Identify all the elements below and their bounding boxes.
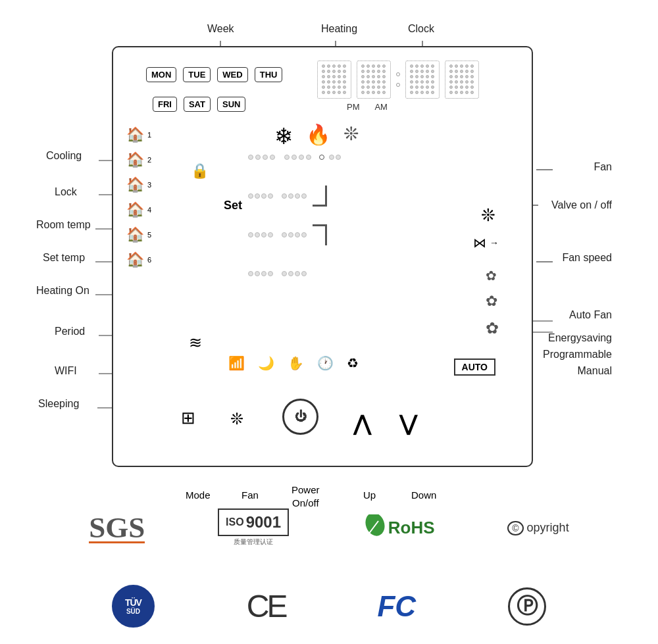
label-down-bottom: Down (411, 489, 436, 501)
period-1-icon: 🏠1 (126, 126, 151, 143)
label-room-temp: Room temp (36, 219, 91, 231)
label-up-bottom: Up (363, 489, 376, 501)
house-3-icon: 🏠 (126, 176, 144, 193)
label-week: Week (207, 23, 234, 35)
days-row-2: FRI SAT SUN (153, 97, 248, 112)
auto-button[interactable]: AUTO (454, 359, 495, 376)
day-thu[interactable]: THU (255, 67, 283, 82)
up-arrow-button[interactable]: ⋀ (353, 413, 370, 434)
day-tue[interactable]: TUE (183, 67, 211, 82)
label-energysaving: Energysaving (548, 332, 612, 344)
label-clock: Clock (408, 23, 434, 35)
label-sleeping: Sleeping (38, 398, 79, 410)
temp-row-2 (248, 178, 406, 213)
label-power-bottom: PowerOn/off (291, 483, 320, 509)
fc-logo: FC (377, 590, 416, 623)
house-5-icon: 🏠 (126, 226, 144, 243)
fan-speed-2-icon: ✿ (486, 293, 499, 310)
iso-logo: ISO 9001 质量管理认证 (218, 508, 289, 547)
period-3-icon: 🏠3 (126, 176, 151, 193)
rohs-logo: RoHS (362, 514, 435, 541)
period-4-icon: 🏠4 (126, 201, 151, 218)
heating-waves-icon: ≋ (189, 334, 202, 352)
label-manual: Manual (578, 365, 612, 377)
main-container: Week Heating Clock Cooling Lock Room tem… (0, 0, 658, 644)
label-period: Period (55, 326, 85, 337)
clock-icon: 🕐 (317, 355, 334, 371)
clock-digit-2 (357, 61, 391, 99)
days-row-1: MON TUE WED THU (146, 67, 285, 82)
pm-am-labels: PM AM (347, 102, 401, 112)
label-valve: Valve on / off (551, 199, 612, 211)
cert-row-1: SGS ISO 9001 质量管理认证 RoHS © opyright (53, 508, 605, 547)
mode-grid-icon: ⊞ (181, 408, 195, 428)
period-6-icon: 🏠6 (126, 251, 151, 268)
moon-icon: 🌙 (258, 355, 274, 371)
panel-inner: MON TUE WED THU FRI SAT SUN (113, 47, 532, 466)
clock-digit-3 (405, 61, 440, 99)
temp-display (248, 139, 406, 291)
day-sat[interactable]: SAT (184, 97, 211, 112)
label-lock: Lock (55, 186, 77, 198)
label-set-temp: Set temp (43, 252, 85, 264)
temp-row-3 (248, 217, 406, 252)
clock-display (317, 61, 479, 99)
fan-speed-icons: ✿ ✿ ✿ (486, 268, 499, 337)
label-heating: Heating (321, 23, 357, 35)
lock-icon: 🔒 (191, 162, 209, 180)
label-fan-speed: Fan speed (562, 252, 612, 264)
p-logo: Ⓟ (508, 587, 546, 626)
tuv-logo: TÜV SÜD (112, 585, 155, 628)
fan-speed-1-icon: ✿ (486, 268, 499, 284)
day-wed[interactable]: WED (217, 67, 247, 82)
p-symbol: Ⓟ (517, 592, 538, 621)
set-label: Set (224, 199, 242, 212)
label-programmable: Programmable (543, 349, 612, 360)
day-fri[interactable]: FRI (153, 97, 177, 112)
am-label: AM (374, 102, 388, 112)
house-1-icon: 🏠 (126, 126, 144, 143)
valve-icon: ⋈ → (473, 235, 499, 251)
leaf-icon (362, 514, 385, 541)
label-fan: Fan (594, 161, 612, 173)
copyright-logo: © opyright (507, 521, 569, 535)
house-6-icon: 🏠 (126, 251, 144, 268)
label-heating-on: Heating On (36, 285, 89, 297)
power-icon: ⏻ (295, 410, 307, 424)
label-mode: Mode (186, 489, 211, 501)
energy-icon: ♻ (347, 355, 359, 371)
temp-row-4 (248, 256, 406, 291)
power-circle[interactable]: ⏻ (282, 399, 318, 435)
device-panel: MON TUE WED THU FRI SAT SUN (112, 46, 533, 467)
clock-digit-4 (445, 61, 479, 99)
auto-btn-label[interactable]: AUTO (454, 359, 495, 376)
day-sun[interactable]: SUN (217, 97, 245, 112)
house-4-icon: 🏠 (126, 201, 144, 218)
down-arrow-button[interactable]: ⋁ (399, 413, 417, 434)
house-2-icon: 🏠 (126, 151, 144, 168)
label-cooling: Cooling (46, 150, 82, 162)
cert-row-2: TÜV SÜD CE FC Ⓟ (66, 585, 592, 628)
fan-top-icon: ❊ (481, 205, 495, 226)
wifi-icon: 📶 (228, 355, 245, 371)
label-auto-fan: Auto Fan (569, 309, 612, 321)
label-wifi: WIFI (55, 365, 77, 377)
period-5-icon: 🏠5 (126, 226, 151, 243)
temp-row-1 (248, 139, 406, 174)
period-icons: 🏠1 🏠2 🏠3 🏠4 🏠5 (126, 126, 151, 268)
day-mon[interactable]: MON (146, 67, 176, 82)
fan-speed-3-icon: ✿ (486, 319, 499, 337)
ce-logo: CE (247, 588, 286, 624)
sgs-logo: SGS (89, 510, 145, 545)
clock-digit-1 (317, 61, 351, 99)
period-2-icon: 🏠2 (126, 151, 151, 168)
fan-bottom-icon: ❊ (230, 410, 243, 428)
pm-label: PM (347, 102, 360, 112)
hand-icon: ✋ (288, 355, 304, 371)
power-button[interactable]: ⏻ (282, 399, 318, 435)
clock-colon (396, 72, 400, 87)
mode-icons-row: 📶 🌙 ✋ 🕐 ♻ (228, 355, 359, 371)
label-fan-bottom: Fan (241, 489, 259, 501)
